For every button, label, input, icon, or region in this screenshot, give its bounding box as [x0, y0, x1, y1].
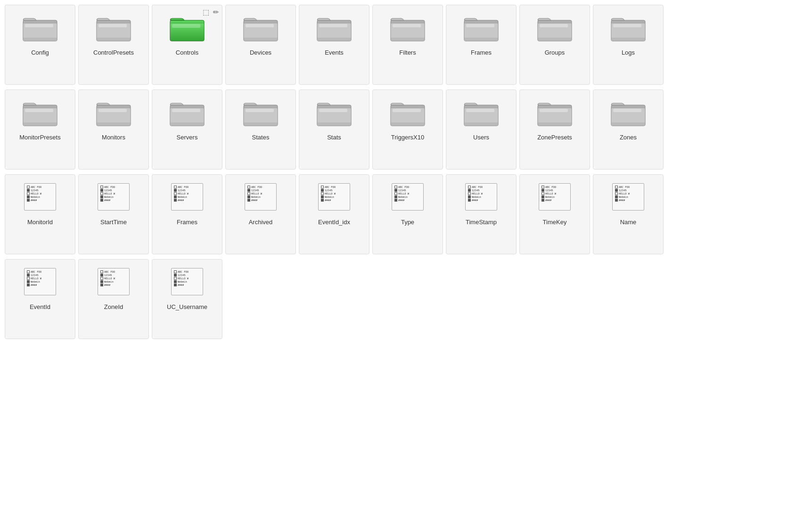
item-card-servers[interactable]: Servers — [152, 89, 222, 170]
item-card-timekey[interactable]: ABC FOO12345HELLO WWebmin#### TimeKey — [519, 174, 590, 254]
section-row4: ABC FOO12345HELLO WWebmin#### EventId AB… — [5, 259, 807, 339]
label-uc_username: UC_Username — [167, 303, 207, 310]
icon-starttime: ABC FOO12345HELLO WWebmin#### — [95, 181, 132, 212]
edit-icon[interactable]: ✏ — [213, 8, 219, 16]
item-card-logs[interactable]: Logs — [593, 5, 664, 85]
svg-rect-57 — [393, 109, 421, 112]
item-card-events[interactable]: Events — [299, 5, 369, 85]
label-controls: Controls — [176, 49, 198, 56]
icon-devices — [242, 12, 279, 42]
svg-rect-2 — [25, 24, 53, 27]
icon-controlpresets — [95, 12, 132, 42]
section-row1: Config ControlPresets ⬚ ✏ — [5, 5, 807, 85]
item-card-uc_username[interactable]: ABC FOO12345HELLO WWebmin#### UC_Usernam… — [152, 259, 222, 339]
icon-config — [21, 12, 59, 42]
icon-timestamp: ABC FOO12345HELLO WWebmin#### — [462, 181, 500, 212]
icon-states — [242, 97, 279, 127]
label-frames-db: Frames — [177, 219, 197, 226]
svg-rect-62 — [464, 122, 498, 126]
icon-zones — [609, 97, 647, 127]
svg-rect-69 — [613, 109, 641, 112]
section-row2: MonitorPresets Monitors — [5, 89, 807, 170]
item-card-triggersx10[interactable]: TriggersX10 — [372, 89, 443, 170]
label-zoneid: ZoneId — [104, 303, 123, 310]
label-devices: Devices — [250, 49, 271, 56]
svg-rect-37 — [25, 109, 53, 112]
item-card-stats[interactable]: Stats — [299, 89, 369, 170]
svg-rect-65 — [540, 109, 568, 112]
svg-rect-34 — [611, 38, 645, 41]
label-archived: Archived — [249, 219, 273, 226]
item-card-states[interactable]: States — [225, 89, 296, 170]
icon-stats — [315, 97, 353, 127]
label-eventid: EventId — [30, 303, 50, 310]
item-card-devices[interactable]: Devices — [225, 5, 296, 85]
svg-rect-49 — [246, 109, 274, 112]
label-starttime: StartTime — [100, 219, 127, 226]
svg-rect-7 — [97, 38, 131, 41]
item-card-type[interactable]: ABC FOO12345HELLO WWebmin#### Type — [372, 174, 443, 254]
item-card-monitorid[interactable]: ABC FOO12345HELLO WWebmin#### MonitorId — [5, 174, 75, 254]
label-config: Config — [31, 49, 49, 56]
icon-triggersx10 — [389, 97, 427, 127]
svg-rect-29 — [540, 24, 568, 27]
item-card-timestamp[interactable]: ABC FOO12345HELLO WWebmin#### TimeStamp — [446, 174, 517, 254]
item-card-archived[interactable]: ABC FOO12345HELLO WWebmin#### Archived — [225, 174, 296, 254]
item-card-users[interactable]: Users — [446, 89, 517, 170]
svg-rect-25 — [466, 24, 494, 27]
item-card-groups[interactable]: Groups — [519, 5, 590, 85]
icon-zoneid: ABC FOO12345HELLO WWebmin#### — [95, 266, 132, 297]
item-card-monitorpresets[interactable]: MonitorPresets — [5, 89, 75, 170]
icon-events — [315, 12, 353, 42]
svg-rect-61 — [466, 109, 494, 112]
svg-rect-13 — [246, 24, 274, 27]
item-card-eventid_idx[interactable]: ABC FOO12345HELLO WWebmin#### EventId_id… — [299, 174, 369, 254]
label-states: States — [252, 134, 270, 141]
item-card-controls[interactable]: ⬚ ✏ Controls — [152, 5, 222, 85]
svg-rect-6 — [98, 24, 127, 27]
svg-rect-10 — [172, 24, 200, 28]
label-filters: Filters — [399, 49, 416, 56]
label-timestamp: TimeStamp — [466, 219, 497, 226]
label-logs: Logs — [622, 49, 635, 56]
item-card-zonepresets[interactable]: ZonePresets — [519, 89, 590, 170]
label-stats: Stats — [327, 134, 341, 141]
label-eventid_idx: EventId_idx — [318, 219, 350, 226]
label-triggersx10: TriggersX10 — [391, 134, 424, 141]
item-card-filters[interactable]: Filters — [372, 5, 443, 85]
svg-rect-46 — [170, 122, 204, 126]
icon-type: ABC FOO12345HELLO WWebmin#### — [389, 181, 427, 212]
item-card-eventid[interactable]: ABC FOO12345HELLO WWebmin#### EventId — [5, 259, 75, 339]
icon-monitorid: ABC FOO12345HELLO WWebmin#### — [21, 181, 59, 212]
svg-rect-21 — [393, 24, 421, 27]
svg-rect-42 — [97, 122, 131, 126]
svg-rect-38 — [23, 122, 57, 126]
label-controlpresets: ControlPresets — [93, 49, 134, 56]
icon-filters — [389, 12, 427, 42]
icon-frames-db: ABC FOO12345HELLO WWebmin#### — [168, 181, 206, 212]
label-timekey: TimeKey — [543, 219, 567, 226]
item-card-zones[interactable]: Zones — [593, 89, 664, 170]
icon-eventid_idx: ABC FOO12345HELLO WWebmin#### — [315, 181, 353, 212]
label-frames: Frames — [471, 49, 492, 56]
svg-rect-3 — [23, 38, 57, 41]
svg-rect-54 — [317, 122, 351, 126]
svg-rect-18 — [317, 38, 351, 41]
item-card-name[interactable]: ABC FOO12345HELLO WWebmin#### Name — [593, 174, 664, 254]
svg-rect-26 — [464, 38, 498, 41]
icon-zonepresets — [536, 97, 574, 127]
item-card-frames[interactable]: Frames — [446, 5, 517, 85]
item-card-starttime[interactable]: ABC FOO12345HELLO WWebmin#### StartTime — [78, 174, 149, 254]
label-monitorid: MonitorId — [27, 219, 53, 226]
icon-logs — [609, 12, 647, 42]
item-card-controlpresets[interactable]: ControlPresets — [78, 5, 149, 85]
icon-frames — [462, 12, 500, 42]
item-card-frames-db[interactable]: ABC FOO12345HELLO WWebmin#### Frames — [152, 174, 222, 254]
item-card-config[interactable]: Config — [5, 5, 75, 85]
svg-rect-53 — [319, 109, 347, 112]
item-card-monitors[interactable]: Monitors — [78, 89, 149, 170]
svg-rect-17 — [319, 24, 347, 27]
item-card-zoneid[interactable]: ABC FOO12345HELLO WWebmin#### ZoneId — [78, 259, 149, 339]
icon-timekey: ABC FOO12345HELLO WWebmin#### — [536, 181, 574, 212]
label-name: Name — [620, 219, 637, 226]
